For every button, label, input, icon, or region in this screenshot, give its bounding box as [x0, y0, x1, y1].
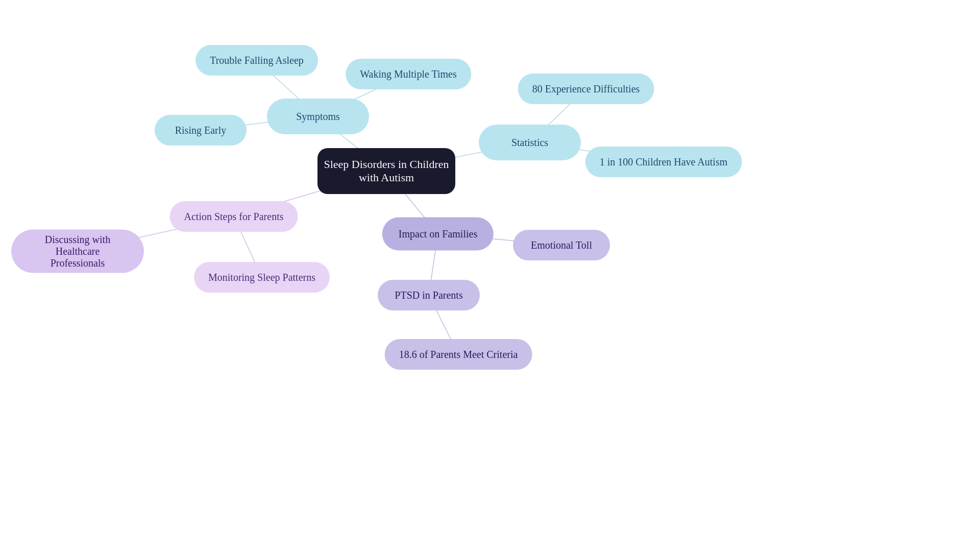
waking-multiple-node[interactable]: Waking Multiple Times: [346, 59, 471, 89]
central-label: Sleep Disorders in Children with Autism: [317, 158, 455, 184]
discussing-node[interactable]: Discussing with Healthcare Professionals: [11, 230, 144, 273]
monitoring-node[interactable]: Monitoring Sleep Patterns: [194, 262, 330, 293]
action-steps-node[interactable]: Action Steps for Parents: [170, 201, 298, 232]
central-node[interactable]: Sleep Disorders in Children with Autism: [317, 148, 455, 194]
monitoring-label: Monitoring Sleep Patterns: [208, 272, 315, 283]
trouble-falling-label: Trouble Falling Asleep: [210, 55, 304, 66]
children-autism-node[interactable]: 1 in 100 Children Have Autism: [585, 147, 742, 177]
experience-difficulties-label: 80 Experience Difficulties: [532, 83, 640, 95]
parents-criteria-node[interactable]: 18.6 of Parents Meet Criteria: [385, 339, 532, 370]
children-autism-label: 1 in 100 Children Have Autism: [600, 156, 728, 168]
emotional-toll-label: Emotional Toll: [531, 239, 592, 251]
experience-difficulties-node[interactable]: 80 Experience Difficulties: [518, 74, 654, 104]
impact-families-node[interactable]: Impact on Families: [382, 218, 494, 251]
trouble-falling-node[interactable]: Trouble Falling Asleep: [195, 45, 318, 76]
rising-early-label: Rising Early: [175, 125, 227, 136]
impact-families-label: Impact on Families: [399, 228, 477, 240]
emotional-toll-node[interactable]: Emotional Toll: [513, 230, 610, 260]
action-steps-label: Action Steps for Parents: [184, 211, 284, 223]
symptoms-node[interactable]: Symptoms: [267, 99, 369, 134]
statistics-label: Statistics: [511, 137, 548, 149]
ptsd-parents-label: PTSD in Parents: [395, 290, 462, 301]
symptoms-label: Symptoms: [296, 111, 340, 123]
parents-criteria-label: 18.6 of Parents Meet Criteria: [399, 349, 518, 360]
statistics-node[interactable]: Statistics: [479, 125, 581, 160]
ptsd-parents-node[interactable]: PTSD in Parents: [378, 280, 480, 310]
discussing-label: Discussing with Healthcare Professionals: [28, 234, 128, 269]
waking-multiple-label: Waking Multiple Times: [360, 68, 457, 80]
rising-early-node[interactable]: Rising Early: [155, 115, 247, 146]
